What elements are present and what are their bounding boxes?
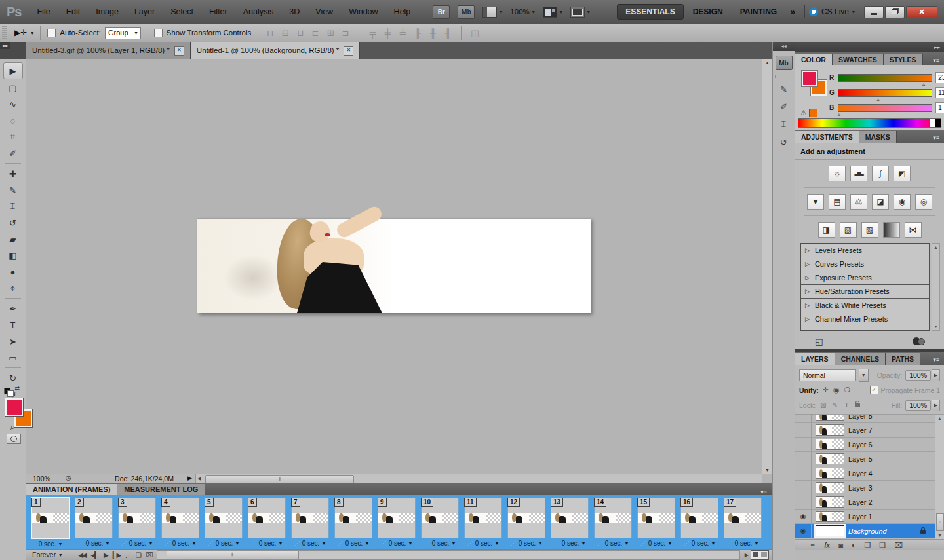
- black-and-white-button[interactable]: ◪: [872, 194, 889, 210]
- launch-bridge-button[interactable]: Br: [433, 5, 450, 19]
- convert-to-timeline-button[interactable]: [751, 550, 769, 560]
- slider-marker-icon[interactable]: ▵: [876, 96, 879, 102]
- layer-thumbnail[interactable]: [816, 525, 844, 536]
- frames-scrollbar[interactable]: ⦀: [157, 550, 740, 560]
- scroll-down-icon[interactable]: ▼: [937, 533, 942, 538]
- spot-healing-brush-tool[interactable]: ✚: [4, 166, 22, 181]
- unify-visibility-button[interactable]: ◉: [833, 386, 840, 394]
- scroll-up-icon[interactable]: ▲: [937, 416, 942, 420]
- minimize-button[interactable]: [864, 6, 884, 18]
- new-layer-button[interactable]: ❏: [879, 541, 886, 550]
- view-extras-button[interactable]: ▾: [482, 7, 502, 18]
- scroll-down-icon[interactable]: ▼: [934, 324, 938, 329]
- align-right-edges-button[interactable]: ⊐: [340, 28, 351, 38]
- menu-select[interactable]: Select: [163, 0, 201, 24]
- preset-black-white-presets[interactable]: ▷Black & White Presets: [801, 299, 929, 312]
- scrollbar-thumb[interactable]: ⦀: [205, 475, 354, 484]
- menu-help[interactable]: Help: [386, 0, 419, 24]
- exposure-button[interactable]: ◩: [894, 166, 911, 181]
- lasso-tool[interactable]: ∿: [4, 96, 22, 112]
- layer-row-layer-6[interactable]: Layer 6: [795, 438, 944, 452]
- panel-switch-button[interactable]: [913, 337, 927, 345]
- blend-mode-arrow[interactable]: ▼: [859, 369, 869, 382]
- scrollbar-thumb[interactable]: ⦀: [167, 551, 299, 559]
- menu-window[interactable]: Window: [341, 0, 385, 24]
- unify-style-button[interactable]: ❍: [844, 386, 851, 394]
- animation-frame-6[interactable]: 6⋰0 sec.▼: [246, 497, 288, 549]
- layer-thumbnail[interactable]: [816, 496, 844, 508]
- layer-thumbnail[interactable]: [816, 482, 844, 493]
- tab-measurement-log[interactable]: MEASUREMENT LOG: [117, 484, 205, 495]
- dodge-tool[interactable]: ⌽: [4, 280, 22, 296]
- tab-channels[interactable]: CHANNELS: [835, 353, 886, 365]
- frame-delay-control[interactable]: ⋰0 sec.▼: [462, 538, 504, 548]
- workspace-design[interactable]: DESIGN: [685, 5, 731, 19]
- lock-image-pixels-button[interactable]: ✎: [833, 401, 838, 409]
- hue-saturation-button[interactable]: ▤: [829, 194, 846, 210]
- layer-thumbnail[interactable]: [816, 415, 844, 421]
- black-cap[interactable]: [935, 119, 941, 127]
- duplicate-frame-button[interactable]: ❏: [136, 551, 140, 559]
- layer-row-layer-1[interactable]: ◉Layer 1: [795, 510, 944, 524]
- expander-icon[interactable]: ▷: [805, 288, 810, 295]
- frame-delay-control[interactable]: ⋰0 sec.▼: [159, 538, 201, 548]
- frame-delay-control[interactable]: ⋰0 sec.▼: [289, 538, 331, 548]
- frame-delay-control[interactable]: ⋰0 sec.▼: [376, 538, 418, 548]
- layer-thumbnail[interactable]: [816, 468, 844, 479]
- layer-style-button[interactable]: fx: [824, 542, 830, 549]
- eraser-tool[interactable]: ▰: [4, 231, 22, 247]
- menu-analysis[interactable]: Analysis: [235, 0, 282, 24]
- lock-position-button[interactable]: ✛: [844, 401, 849, 409]
- curves-button[interactable]: ∫: [872, 166, 889, 181]
- menu-filter[interactable]: Filter: [201, 0, 235, 24]
- layer-row-layer-3[interactable]: Layer 3: [795, 481, 944, 495]
- rectangle-tool[interactable]: ▭: [4, 350, 22, 365]
- expander-icon[interactable]: ▷: [805, 247, 810, 253]
- animation-frame-11[interactable]: 11⋰0 sec.▼: [462, 497, 504, 549]
- tab-adjustments[interactable]: ADJUSTMENTS: [795, 131, 859, 143]
- rectangular-marquee-tool[interactable]: ▢: [4, 80, 22, 96]
- history-brush-tool[interactable]: ↺: [4, 215, 22, 231]
- panel-menu-icon[interactable]: ▾≡: [928, 134, 944, 143]
- menu-file[interactable]: File: [29, 0, 58, 24]
- show-transform-controls-checkbox[interactable]: [154, 29, 163, 37]
- document-tab-1[interactable]: Untitled-3.gif @ 100% (Layer 1, RGB/8) *…: [26, 42, 191, 59]
- animation-frame-8[interactable]: 8⋰0 sec.▼: [332, 497, 374, 549]
- vertical-scrollbar[interactable]: ▲ ▼: [762, 59, 772, 474]
- scroll-right-icon[interactable]: ▶: [745, 552, 749, 558]
- frame-delay-control[interactable]: ⋰0 sec.▼: [116, 538, 158, 548]
- layer-row-layer-8[interactable]: Layer 8: [795, 415, 944, 423]
- frame-delay-control[interactable]: ⋰0 sec.▼: [419, 538, 461, 548]
- cs-live-button[interactable]: CS Live ▾: [809, 7, 855, 16]
- frame-delay-control[interactable]: ⋰0 sec.▼: [722, 538, 764, 548]
- auto-select-checkbox[interactable]: [47, 29, 56, 37]
- preset-levels-presets[interactable]: ▷Levels Presets: [801, 244, 929, 257]
- delete-layer-button[interactable]: ⌧: [894, 541, 903, 550]
- close-tab-icon[interactable]: ✕: [174, 46, 184, 56]
- horizontal-scrollbar[interactable]: ◀ ⦀: [195, 474, 762, 484]
- quick-selection-tool[interactable]: ◌: [4, 113, 22, 128]
- restore-button[interactable]: [885, 6, 905, 18]
- scroll-down-icon[interactable]: ▼: [765, 468, 770, 472]
- distribute-bottom-edges-button[interactable]: ╧: [397, 28, 408, 38]
- gamut-warning[interactable]: ⚠: [800, 109, 817, 117]
- layer-visibility-toggle[interactable]: [795, 415, 812, 422]
- path-selection-tool[interactable]: ➤: [4, 333, 22, 349]
- animation-frame-13[interactable]: 13⋰0 sec.▼: [549, 497, 591, 549]
- default-colors-control[interactable]: ⇄: [4, 385, 21, 394]
- document-tab-2[interactable]: Untitled-1 @ 100% (Background, RGB/8) *✕: [191, 42, 361, 59]
- align-bottom-edges-button[interactable]: ⊔: [295, 28, 305, 38]
- tab-color[interactable]: COLOR: [795, 54, 833, 65]
- blur-tool[interactable]: ●: [4, 264, 22, 280]
- tool-presets-panel-button[interactable]: ✐: [776, 100, 792, 113]
- frame-delay-control[interactable]: ⋰0 sec.▼: [73, 538, 115, 548]
- select-first-frame-button[interactable]: ◀◀: [78, 551, 85, 559]
- close-tab-icon[interactable]: ✕: [344, 46, 353, 56]
- tool-preset-picker[interactable]: ▾: [31, 30, 33, 36]
- zoom-percentage-field[interactable]: 100%: [26, 474, 62, 484]
- animation-frame-10[interactable]: 10⋰0 sec.▼: [419, 497, 461, 549]
- crop-tool[interactable]: ⌗: [4, 129, 22, 145]
- animation-frame-17[interactable]: 17⋰0 sec.▼: [722, 497, 764, 549]
- slider-marker-icon[interactable]: ▵: [838, 111, 840, 117]
- distribute-vertical-centers-button[interactable]: ╪: [382, 28, 393, 38]
